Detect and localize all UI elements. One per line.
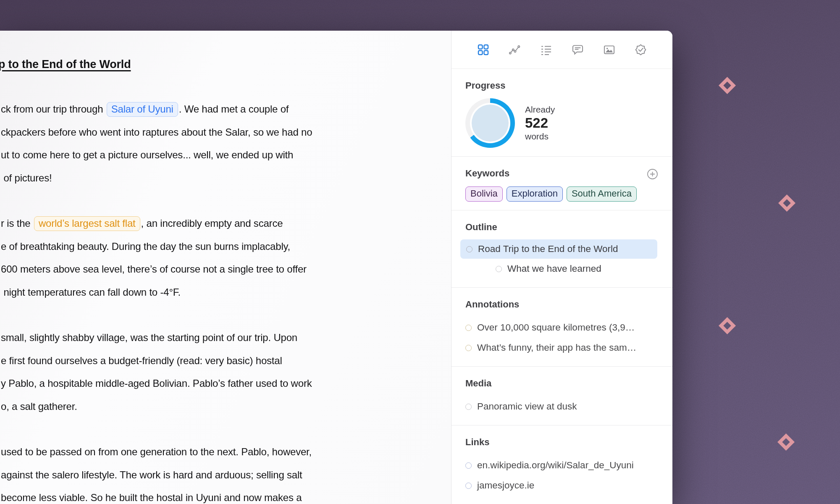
document-body[interactable]: ck from our trip through Salar of Uyuni.… bbox=[1, 98, 452, 504]
keywords-section: Keywords BoliviaExplorationSouth America bbox=[452, 157, 672, 210]
outline-item[interactable]: What we have learned bbox=[460, 259, 657, 279]
diamond-icon bbox=[719, 77, 736, 94]
list-item-label: en.wikipedia.org/wiki/Salar_de_Uyuni bbox=[477, 460, 634, 471]
circle-bullet bbox=[465, 462, 472, 469]
list-item[interactable]: Panoramic view at dusk bbox=[465, 396, 657, 417]
line-chart-icon[interactable] bbox=[509, 44, 520, 55]
outline-item-label: Road Trip to the End of the World bbox=[478, 244, 618, 255]
progress-ring-disk bbox=[472, 105, 509, 142]
document-line: r is the world’s largest salt flat, an i… bbox=[1, 212, 452, 235]
progress-word-count: 522 bbox=[525, 115, 555, 131]
list-item-label: Panoramic view at dusk bbox=[477, 401, 577, 412]
media-heading: Media bbox=[465, 378, 657, 389]
outline-item[interactable]: Road Trip to the End of the World bbox=[460, 239, 657, 259]
document-line: of pictures! bbox=[1, 167, 452, 190]
keywords-heading: Keywords bbox=[465, 168, 657, 179]
image-icon[interactable] bbox=[604, 44, 615, 55]
annotations-section: Annotations Over 10,000 square kilometre… bbox=[452, 288, 672, 367]
list-item[interactable]: Over 10,000 square kilometres (3,9… bbox=[465, 318, 657, 338]
keyword-pill[interactable]: Exploration bbox=[507, 186, 563, 202]
media-section: Media Panoramic view at dusk bbox=[452, 367, 672, 425]
circle-bullet bbox=[465, 404, 472, 410]
document-line: become less viable. So he built the host… bbox=[1, 486, 452, 504]
circle-bullet bbox=[496, 266, 502, 272]
annotations-heading: Annotations bbox=[465, 299, 657, 310]
document: p to the End of the World ck from our tr… bbox=[1, 58, 452, 504]
seal-check-icon[interactable] bbox=[635, 44, 646, 55]
progress-ring bbox=[465, 98, 515, 148]
progress-unit-label: words bbox=[525, 131, 555, 142]
diamond-icon bbox=[778, 194, 795, 212]
list-icon[interactable] bbox=[541, 44, 552, 55]
diamond-icon bbox=[719, 317, 736, 334]
progress-ring-hole bbox=[470, 103, 510, 143]
document-line: ckpackers before who went into raptures … bbox=[1, 121, 452, 144]
progress-stats: Already 522 words bbox=[525, 104, 555, 142]
inline-highlight-blue[interactable]: Salar of Uyuni bbox=[107, 102, 178, 117]
list-item[interactable]: jamesjoyce.ie bbox=[465, 475, 657, 496]
document-line: ck from our trip through Salar of Uyuni.… bbox=[1, 98, 452, 121]
comment-icon[interactable] bbox=[572, 44, 583, 55]
media-list: Panoramic view at dusk bbox=[465, 396, 657, 417]
keyword-list: BoliviaExplorationSouth America bbox=[465, 186, 657, 202]
add-keyword-button[interactable] bbox=[647, 168, 658, 181]
grid-icon[interactable] bbox=[478, 44, 489, 55]
list-item-label: jamesjoyce.ie bbox=[477, 480, 534, 491]
list-item-label: What’s funny, their app has the sam… bbox=[477, 342, 636, 353]
progress-already-label: Already bbox=[525, 104, 555, 115]
annotation-list: Over 10,000 square kilometres (3,9…What’… bbox=[465, 318, 657, 358]
document-line: against the salero lifestyle. The work i… bbox=[1, 464, 452, 487]
diamond-icon bbox=[777, 433, 795, 451]
links-section: Links en.wikipedia.org/wiki/Salar_de_Uyu… bbox=[452, 425, 672, 504]
document-line: e first found ourselves a budget-friendl… bbox=[1, 349, 452, 373]
progress-heading: Progress bbox=[465, 80, 657, 92]
editor-pane[interactable]: p to the End of the World ck from our tr… bbox=[0, 31, 452, 504]
document-line: small, slightly shabby village, was the … bbox=[1, 326, 452, 349]
link-list: en.wikipedia.org/wiki/Salar_de_Uyunijame… bbox=[465, 455, 657, 496]
document-line: e of breathtaking beauty. During the day… bbox=[1, 235, 452, 258]
document-line: night temperatures can fall down to -4°F… bbox=[1, 281, 452, 304]
dashboard-toolbar bbox=[452, 31, 672, 69]
dashboard-sidebar: Progress Already 522 words Keywords bbox=[452, 31, 672, 504]
list-item[interactable]: en.wikipedia.org/wiki/Salar_de_Uyuni bbox=[465, 455, 657, 475]
document-title[interactable]: p to the End of the World bbox=[0, 58, 452, 71]
progress-section: Progress Already 522 words bbox=[452, 69, 672, 157]
document-line: o, a salt gatherer. bbox=[1, 395, 452, 418]
circle-bullet bbox=[465, 345, 472, 351]
app-window: p to the End of the World ck from our tr… bbox=[0, 31, 672, 504]
outline-section: Outline Road Trip to the End of the Worl… bbox=[452, 210, 672, 288]
document-line: used to be passed on from one generation… bbox=[1, 441, 452, 464]
circle-bullet bbox=[466, 246, 472, 252]
outline-item-label: What we have learned bbox=[507, 263, 601, 274]
outline-list: Road Trip to the End of the WorldWhat we… bbox=[460, 239, 657, 279]
circle-bullet bbox=[465, 483, 472, 489]
keyword-pill[interactable]: Bolivia bbox=[465, 186, 503, 202]
list-item[interactable]: What’s funny, their app has the sam… bbox=[465, 338, 657, 358]
document-line: 600 meters above sea level, there’s of c… bbox=[1, 258, 452, 281]
circle-bullet bbox=[465, 325, 472, 331]
document-line: y Pablo, a hospitable middle-aged Bolivi… bbox=[1, 372, 452, 395]
outline-heading: Outline bbox=[465, 221, 657, 233]
links-heading: Links bbox=[465, 436, 657, 448]
list-item-label: Over 10,000 square kilometres (3,9… bbox=[477, 322, 635, 333]
document-line: ut to come here to get a picture ourselv… bbox=[1, 144, 452, 167]
inline-highlight-orange[interactable]: world’s largest salt flat bbox=[34, 216, 140, 231]
keyword-pill[interactable]: South America bbox=[567, 186, 637, 202]
